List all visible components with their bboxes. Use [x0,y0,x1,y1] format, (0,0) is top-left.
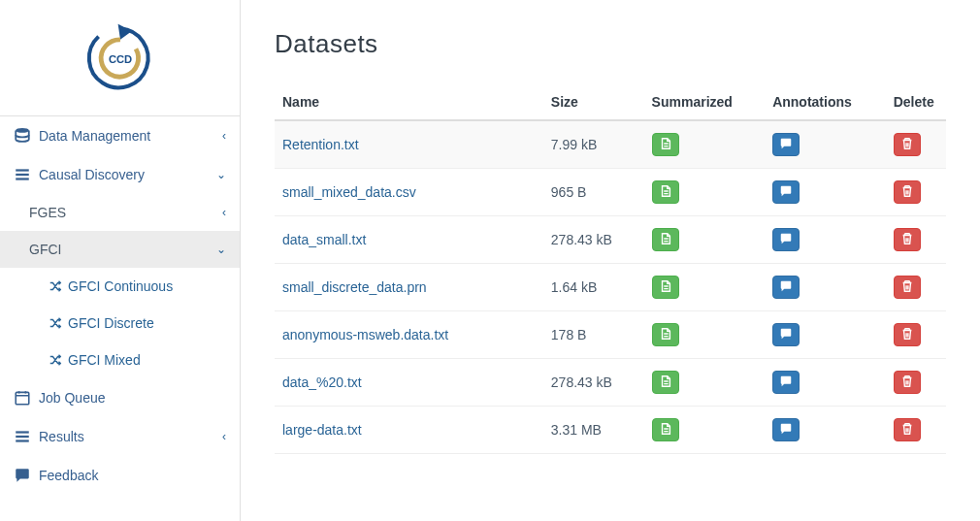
table-row: large-data.txt3.31 MB [275,407,946,454]
dataset-link[interactable]: large-data.txt [282,422,362,438]
annotations-button[interactable] [772,371,800,394]
document-icon [659,327,672,343]
nav-data-management[interactable]: Data Management ‹ [0,116,240,155]
summarize-button[interactable] [652,418,679,441]
svg-point-1 [16,128,29,133]
nav-label: GFCI Discrete [68,315,154,331]
annotations-button[interactable] [772,133,800,156]
nav-label: GFCI [29,242,61,257]
annotations-button[interactable] [772,323,800,346]
delete-button[interactable] [894,228,921,251]
nav-label: GFCI Mixed [68,352,141,368]
nav-gfci-discrete[interactable]: GFCI Discrete [0,305,240,342]
list-icon [14,428,31,445]
col-header-annotations: Annotations [765,84,886,120]
table-row: anonymous-msweb.data.txt178 B [275,311,946,359]
summarize-button[interactable] [652,371,679,394]
document-icon [659,374,672,391]
table-row: small_discrete_data.prn1.64 kB [275,264,946,311]
document-icon [659,232,672,248]
chevron-down-icon: ⌄ [216,168,226,181]
delete-button[interactable] [894,180,921,204]
svg-rect-6 [16,431,29,433]
delete-button[interactable] [894,418,921,441]
svg-rect-5 [16,392,29,404]
comment-icon [779,232,793,248]
summarize-button[interactable] [652,180,679,204]
summarize-button[interactable] [652,228,679,251]
delete-button[interactable] [894,133,921,156]
document-icon [659,184,672,201]
dataset-size: 278.43 kB [543,216,644,264]
nav-gfci[interactable]: GFCI ⌄ [0,231,240,268]
dataset-size: 7.99 kB [543,120,644,169]
svg-rect-3 [16,174,29,176]
database-icon [14,127,31,145]
list-icon [14,166,31,183]
dataset-size: 965 B [543,169,644,216]
dataset-link[interactable]: data_small.txt [282,232,366,247]
shuffle-icon [49,353,62,367]
annotations-button[interactable] [772,418,800,441]
svg-rect-7 [16,436,29,438]
dataset-size: 278.43 kB [543,359,644,407]
nav-feedback[interactable]: Feedback [0,456,240,495]
datasets-table: Name Size Summarized Annotations Delete … [275,84,946,454]
comment-icon [779,374,793,391]
dataset-link[interactable]: small_mixed_data.csv [282,184,416,200]
svg-rect-2 [16,169,29,171]
col-header-delete: Delete [886,84,946,120]
delete-button[interactable] [894,276,921,299]
nav-causal-discovery[interactable]: Causal Discovery ⌄ [0,155,240,194]
trash-icon [900,184,914,201]
annotations-button[interactable] [772,228,800,251]
trash-icon [900,327,914,343]
dataset-link[interactable]: data_%20.txt [282,374,362,390]
dataset-link[interactable]: anonymous-msweb.data.txt [282,327,448,342]
dataset-size: 3.31 MB [543,407,644,454]
dataset-link[interactable]: small_discrete_data.prn [282,279,427,295]
nav-label: Feedback [39,468,98,483]
trash-icon [900,279,914,296]
table-row: data_small.txt278.43 kB [275,216,946,264]
shuffle-icon [49,316,62,330]
nav-job-queue[interactable]: Job Queue [0,378,240,417]
nav-label: Results [39,429,84,444]
nav-gfci-mixed[interactable]: GFCI Mixed [0,342,240,378]
nav-label: Data Management [39,128,150,144]
annotations-button[interactable] [772,276,800,299]
col-header-summarized: Summarized [644,84,766,120]
chevron-left-icon: ‹ [222,206,226,219]
dataset-link[interactable]: Retention.txt [282,137,359,152]
nav-label: FGES [29,205,66,220]
nav-label: GFCI Continuous [68,278,173,294]
table-row: data_%20.txt278.43 kB [275,359,946,407]
document-icon [659,422,672,439]
comment-icon [779,184,793,201]
main-content: Datasets Name Size Summarized Annotation… [241,0,980,521]
calendar-icon [14,389,31,407]
chevron-left-icon: ‹ [222,129,226,143]
summarize-button[interactable] [652,276,679,299]
sidebar: CCD Data Management ‹ Causal Discovery ⌄ [0,0,241,521]
comment-icon [779,137,793,153]
delete-button[interactable] [894,371,921,394]
annotations-button[interactable] [772,180,800,204]
nav-gfci-continuous[interactable]: GFCI Continuous [0,268,240,305]
svg-text:CCD: CCD [108,52,131,64]
document-icon [659,137,672,153]
nav-fges[interactable]: FGES ‹ [0,194,240,231]
table-row: small_mixed_data.csv965 B [275,169,946,216]
nav-results[interactable]: Results ‹ [0,417,240,456]
col-header-size: Size [543,84,644,120]
chevron-down-icon: ⌄ [216,243,226,256]
trash-icon [900,374,914,391]
trash-icon [900,422,914,439]
summarize-button[interactable] [652,323,679,346]
summarize-button[interactable] [652,133,679,156]
document-icon [659,279,672,296]
dataset-size: 1.64 kB [543,264,644,311]
ccd-logo-icon: CCD [82,19,159,97]
nav-label: Causal Discovery [39,167,145,182]
delete-button[interactable] [894,323,921,346]
